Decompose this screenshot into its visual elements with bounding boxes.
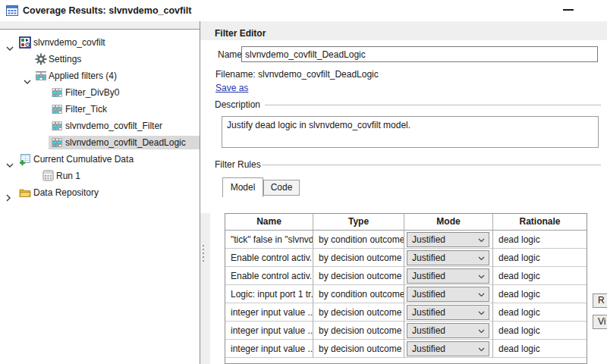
chevron-down-icon [478, 311, 485, 315]
mode-dropdown[interactable]: Justified [407, 341, 489, 356]
rule-type-cell: by condition outcome [313, 231, 404, 249]
rule-name-cell: integer input value ... [225, 322, 313, 340]
splitter-handle-icon[interactable] [202, 245, 205, 265]
description-textarea[interactable] [222, 116, 599, 148]
table-header-row: Name Type Mode Rationale [225, 214, 587, 231]
filter-rules-label: Filter Rules [215, 159, 261, 170]
column-header-mode: Mode [404, 214, 493, 231]
run-icon [42, 170, 55, 182]
rules-table: Name Type Mode Rationale "tick" false in… [225, 213, 587, 364]
filter-icon [52, 103, 64, 115]
filter-icon [52, 86, 64, 99]
rule-type-cell: by decision outcome [313, 322, 404, 340]
chevron-down-icon [478, 347, 485, 352]
mode-dropdown[interactable]: Justified [407, 268, 489, 284]
tree-item-applied-filters[interactable]: Applied filters (4) [0, 67, 200, 84]
action-button-r[interactable]: R [593, 293, 607, 308]
tree-item-current-cumulative-data[interactable]: Current Cumulative Data [0, 151, 200, 168]
table-row[interactable]: Logic: input port 1 tr... by condition o… [225, 285, 587, 303]
tree-item-slvnvdemo-covfilt[interactable]: slvnvdemo_covfilt [0, 34, 200, 51]
tree-item-filter-divby0[interactable]: Filter_DivBy0 [0, 84, 200, 101]
tree-item-label: Settings [49, 51, 81, 67]
table-row[interactable]: integer input value ... by decision outc… [225, 340, 587, 358]
tree-item-filter-tick[interactable]: Filter_Tick [0, 101, 200, 118]
tree-item-slvnvdemo-covfilt-deadlogic[interactable]: slvnvdemo_covfilt_DeadLogic [0, 134, 200, 151]
mode-dropdown[interactable]: Justified [407, 232, 489, 247]
rule-name-cell: Enable control activ... [225, 267, 313, 285]
rule-type-cell: by decision outcome [313, 249, 404, 267]
rule-type-cell: by decision outcome [313, 303, 404, 322]
rule-rationale-cell: dead logic [493, 340, 587, 358]
mode-dropdown[interactable]: Justified [407, 287, 489, 302]
chevron-down-icon [478, 238, 485, 243]
table-row[interactable]: "tick" false in "slvnvd... by condition … [225, 231, 587, 249]
rule-rationale-cell: dead logic [493, 249, 587, 267]
rule-mode-cell: Justified [404, 340, 493, 358]
table-row[interactable]: Enable control activ... by decision outc… [225, 249, 587, 267]
title-bar: Coverage Results: slvnvdemo_covfilt [0, 0, 607, 21]
chevron-down-icon [478, 329, 485, 334]
save-as-link[interactable]: Save as [215, 83, 248, 93]
gear-icon [35, 53, 47, 65]
rule-mode-cell: Justified [404, 303, 493, 322]
rule-mode-cell: Justified [404, 249, 493, 267]
filename-text: Filename: slvnvdemo_covfilt_DeadLogic [215, 69, 379, 80]
rule-name-cell: integer input value ... [225, 303, 313, 322]
filter-rules-group-line [262, 165, 601, 165]
rule-mode-cell: Justified [404, 322, 493, 340]
results-tree: slvnvdemo_covfilt Settings [0, 30, 200, 364]
rule-mode-cell: Justified [404, 285, 493, 303]
folder-icon [19, 187, 31, 199]
rule-rationale-cell: dead logic [493, 267, 587, 285]
chevron-down-icon [478, 256, 485, 261]
tree-item-label: Run 1 [56, 168, 80, 184]
minimize-button[interactable] [558, 2, 578, 18]
mode-dropdown[interactable]: Justified [407, 305, 489, 320]
tree-item-label: Filter_DivBy0 [65, 84, 119, 101]
coverage-results-window: Coverage Results: slvnvdemo_covfilt slvn… [0, 0, 607, 364]
chevron-down-icon [478, 275, 485, 279]
column-header-name: Name [225, 214, 313, 231]
tree-item-run-1[interactable]: Run 1 [0, 168, 200, 184]
filter-editor-title: Filter Editor [215, 28, 266, 39]
mode-dropdown[interactable]: Justified [407, 323, 489, 338]
coverage-window-icon [6, 5, 18, 17]
minimize-icon [563, 9, 574, 11]
tree-item-label: slvnvdemo_covfilt_DeadLogic [65, 134, 186, 151]
tree-item-label: Current Cumulative Data [33, 151, 134, 168]
rule-type-cell: by decision outcome [313, 340, 404, 358]
filter-icon [52, 136, 64, 149]
table-row[interactable]: integer input value ... by decision outc… [225, 322, 587, 340]
tab-code[interactable]: Code [263, 180, 300, 196]
tree-top-band [0, 21, 200, 30]
column-header-rationale: Rationale [493, 214, 587, 231]
tree-item-slvnvdemo-covfilt-filter[interactable]: slvnvdemo_covfilt_Filter [0, 118, 200, 134]
splitter-gutter [200, 213, 210, 364]
rule-mode-cell: Justified [404, 231, 493, 249]
rule-rationale-cell: dead logic [493, 285, 587, 303]
applied-filters-icon [35, 70, 47, 82]
tree-item-label: Applied filters (4) [49, 67, 117, 84]
tree-item-settings[interactable]: Settings [0, 51, 200, 67]
window-title: Coverage Results: slvnvdemo_covfilt [23, 5, 191, 16]
rule-name-cell: integer input value ... [225, 340, 313, 358]
mode-dropdown[interactable]: Justified [407, 250, 489, 265]
table-row[interactable]: integer input value ... by decision outc… [225, 303, 587, 322]
rule-name-cell: Enable control activ... [225, 249, 313, 267]
tree-item-data-repository[interactable]: Data Repository [0, 184, 200, 201]
rule-type-cell: by condition outcome [313, 285, 404, 303]
model-icon [19, 36, 31, 49]
rule-rationale-cell: dead logic [493, 303, 587, 322]
name-input[interactable] [241, 46, 598, 62]
chevron-right-icon[interactable] [6, 190, 11, 207]
name-label: Name [218, 49, 242, 60]
tab-model[interactable]: Model [222, 177, 263, 197]
rule-rationale-cell: dead logic [493, 231, 587, 249]
rule-mode-cell: Justified [404, 267, 493, 285]
table-row[interactable]: Enable control activ... by decision outc… [225, 267, 587, 285]
rule-type-cell: by decision outcome [313, 267, 404, 285]
rule-name-cell: Logic: input port 1 tr... [225, 285, 313, 303]
action-button-vi[interactable]: Vi [593, 315, 607, 329]
description-group-line [265, 105, 601, 105]
tree-item-label: slvnvdemo_covfilt_Filter [65, 118, 162, 134]
